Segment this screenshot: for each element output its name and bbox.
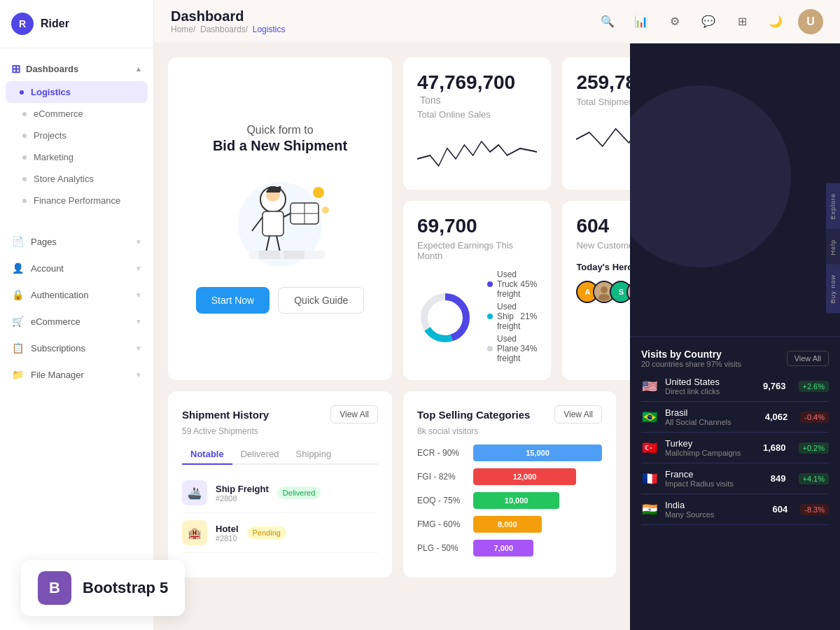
shipments-chart bbox=[576, 118, 630, 163]
bar-fill: 12,000 bbox=[473, 468, 576, 485]
flag-tr: 🇹🇷 bbox=[641, 442, 658, 454]
arch-decoration bbox=[630, 43, 840, 337]
tab-delivered[interactable]: Delivered bbox=[232, 444, 288, 465]
shipment-view-all-button[interactable]: View All bbox=[330, 405, 378, 424]
country-us: 🇺🇸 United States Direct link clicks 9,76… bbox=[641, 371, 829, 402]
ecommerce-icon: 🛒 bbox=[11, 315, 24, 328]
bar-track: 8,000 bbox=[473, 516, 602, 533]
bar-fill: 15,000 bbox=[473, 444, 602, 461]
sidebar-item-subscriptions[interactable]: 📋 Subscriptions ▼ bbox=[0, 335, 153, 361]
svg-point-19 bbox=[430, 302, 461, 333]
svg-point-11 bbox=[313, 187, 324, 198]
sidebar-item-projects[interactable]: Projects bbox=[0, 125, 153, 146]
shipment-header: Shipment History View All bbox=[182, 405, 378, 424]
sidebar-item-finance[interactable]: Finance Performance bbox=[0, 190, 153, 211]
visits-view-all-button[interactable]: View All bbox=[787, 351, 829, 366]
table-row: 🚢 Ship Freight #2808 Delivered bbox=[182, 473, 378, 513]
sidebar-item-ecommerce[interactable]: eCommerce bbox=[0, 103, 153, 125]
help-tab[interactable]: Help bbox=[826, 230, 840, 265]
chevron-auth: ▼ bbox=[135, 291, 142, 299]
tab-shipping[interactable]: Shipping bbox=[288, 444, 340, 465]
sidebar-item-ecommerce2[interactable]: 🛒 eCommerce ▼ bbox=[0, 308, 153, 335]
start-now-button[interactable]: Start Now bbox=[196, 287, 270, 314]
quick-guide-button[interactable]: Quick Guide bbox=[278, 287, 364, 314]
earnings-label: Expected Earnings This Month bbox=[417, 240, 537, 261]
sidebar-item-pages[interactable]: 📄 Pages ▼ bbox=[0, 228, 153, 255]
bar-plg: PLG - 50% 7,000 bbox=[417, 540, 602, 556]
dot bbox=[22, 112, 27, 116]
in-visits: 604 bbox=[773, 504, 788, 514]
visits-section: Visits by Country 20 countries share 97%… bbox=[630, 337, 840, 536]
sidebar-item-store-analytics[interactable]: Store Analytics bbox=[0, 168, 153, 190]
grid-icon[interactable]: ⊞ bbox=[731, 10, 753, 33]
svg-rect-14 bbox=[259, 251, 280, 259]
topbar: Dashboard Home/ Dashboards/ Logistics 🔍 … bbox=[154, 0, 840, 43]
table-row: 🏨 Hotel #2810 Pending bbox=[182, 513, 378, 553]
files-icon: 📁 bbox=[11, 368, 24, 381]
us-visits: 9,763 bbox=[763, 381, 786, 391]
page-title: Dashboard bbox=[171, 8, 285, 24]
categories-subtitle: 8k social visitors bbox=[417, 426, 602, 436]
freight-legend: Used Truck freight 45% Used Ship freight… bbox=[487, 270, 537, 366]
shipments-value-row: 259,786 bbox=[576, 71, 630, 94]
visits-subtitle: 20 countries share 97% visits bbox=[641, 360, 741, 368]
sales-unit: Tons bbox=[420, 94, 441, 106]
main-nav: 📄 Pages ▼ 👤 Account ▼ 🔒 Authentication ▼… bbox=[0, 220, 153, 396]
us-change: +2.6% bbox=[799, 381, 830, 392]
logo-icon: R bbox=[11, 13, 34, 35]
user-avatar[interactable]: U bbox=[798, 9, 823, 34]
top-grid: Quick form to Bid a New Shipment bbox=[168, 57, 616, 380]
shipment-tabs: Notable Delivered Shipping bbox=[182, 444, 378, 465]
breadcrumb: Home/ Dashboards/ Logistics bbox=[171, 24, 285, 34]
chart-icon[interactable]: 📊 bbox=[630, 10, 652, 33]
explore-tab[interactable]: Explore bbox=[826, 183, 840, 230]
earnings-card: 69,700 Expected Earnings This Month bbox=[403, 201, 551, 380]
active-dot bbox=[20, 90, 24, 94]
ship-id: #2808 bbox=[216, 494, 269, 503]
bar-fill: 7,000 bbox=[473, 540, 533, 556]
sidebar-item-files[interactable]: 📁 File Manager ▼ bbox=[0, 361, 153, 388]
bar-eoq: EOQ - 75% 10,000 bbox=[417, 492, 602, 509]
buy-now-tab[interactable]: Buy now bbox=[826, 265, 840, 314]
fr-visits: 849 bbox=[771, 473, 786, 484]
in-change: -8.3% bbox=[800, 504, 829, 515]
sales-label: Total Online Sales bbox=[417, 109, 537, 120]
messages-icon[interactable]: 💬 bbox=[697, 10, 720, 33]
tab-notable[interactable]: Notable bbox=[182, 444, 232, 465]
ship-icon: 🚢 bbox=[182, 480, 207, 505]
sidebar-item-account[interactable]: 👤 Account ▼ bbox=[0, 255, 153, 281]
bootstrap-icon: B bbox=[38, 571, 71, 605]
settings-icon[interactable]: ⚙ bbox=[664, 10, 686, 33]
theme-icon[interactable]: 🌙 bbox=[764, 10, 787, 33]
br-visits: 4,062 bbox=[765, 412, 788, 422]
heroes-avatars: A S P +2 bbox=[576, 281, 630, 303]
sidebar-item-logistics[interactable]: Logistics bbox=[6, 81, 148, 103]
categories-view-all-button[interactable]: View All bbox=[554, 405, 602, 424]
visits-header: Visits by Country 20 countries share 97%… bbox=[641, 349, 829, 368]
svg-point-22 bbox=[598, 294, 610, 301]
auth-icon: 🔒 bbox=[11, 288, 24, 301]
hotel-id: #2810 bbox=[216, 534, 239, 542]
svg-point-12 bbox=[322, 206, 329, 214]
pages-icon: 📄 bbox=[11, 235, 24, 248]
dot bbox=[22, 155, 27, 160]
tr-visits: 1,680 bbox=[763, 442, 786, 453]
tr-change: +0.2% bbox=[799, 442, 830, 454]
bottom-grid: Shipment History View All 59 Active Ship… bbox=[168, 391, 616, 578]
earnings-value-row: 69,700 bbox=[417, 215, 537, 237]
country-name-in: India Many Sources bbox=[665, 500, 766, 519]
sales-value: 47,769,700 bbox=[417, 71, 515, 93]
total-sales-card: 47,769,700 Tons Total Online Sales bbox=[403, 57, 551, 190]
right-panel: Visits by Country 20 countries share 97%… bbox=[630, 43, 840, 630]
app-logo[interactable]: R Rider bbox=[0, 0, 153, 48]
dot bbox=[22, 199, 27, 203]
heroes-title: Today's Heroes bbox=[576, 262, 630, 272]
sidebar-item-auth[interactable]: 🔒 Authentication ▼ bbox=[0, 281, 153, 308]
sidebar-item-marketing[interactable]: Marketing bbox=[0, 146, 153, 168]
categories-header: Top Selling Categories View All bbox=[417, 405, 602, 424]
country-fr: 🇫🇷 France Impact Radius visits 849 +4.1% bbox=[641, 463, 829, 494]
top-categories-card: Top Selling Categories View All 8k socia… bbox=[403, 391, 616, 578]
dashboards-group[interactable]: ⊞ Dashboards ▲ bbox=[0, 57, 153, 81]
sales-value-row: 47,769,700 Tons bbox=[417, 71, 537, 106]
search-icon[interactable]: 🔍 bbox=[596, 10, 619, 33]
